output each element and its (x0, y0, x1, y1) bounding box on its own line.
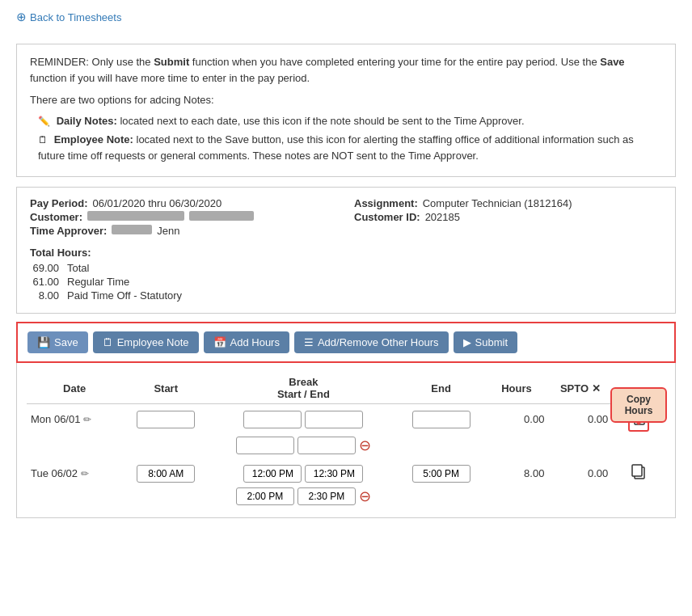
total-hours-section: Total Hours: 69.00 Total 61.00 Regular T… (30, 247, 662, 302)
remove-break-mon[interactable]: ⊖ (359, 437, 371, 454)
header-date: Date (27, 373, 122, 404)
table-row: Tue 06/02 ✏ (27, 462, 665, 485)
hours-row-pto: 8.00 Paid Time Off - Statutory (30, 289, 662, 302)
notes-list: ✏️ Daily Notes: located next to each dat… (30, 113, 662, 164)
table-row: Mon 06/01 ✏ (27, 404, 665, 435)
table-header-row: Date Start BreakStart / End End Hours SP… (27, 373, 665, 404)
hours-row-regular: 61.00 Regular Time (30, 276, 662, 288)
edit-icon-tue[interactable]: ✏ (81, 468, 89, 479)
pay-period-row: Pay Period: 06/01/2020 thru 06/30/2020 (30, 197, 338, 209)
submit-play-icon: ▶ (463, 336, 471, 348)
employee-note-icon: 🗒 (38, 134, 48, 146)
header-start: Start (122, 373, 209, 404)
time-approver-row: Time Approver: Jenn (30, 225, 338, 237)
list-icon: ☰ (304, 336, 314, 348)
break-cell-mon (209, 404, 398, 435)
timesheet-section: Copy Hours Date Start BreakStart / End E… (16, 363, 676, 518)
approver-redacted (112, 225, 152, 234)
break-start-input-mon[interactable] (243, 411, 302, 428)
table-row-extra-mon: ⊖ (27, 434, 665, 457)
reminder-box: REMINDER: Only use the Submit function w… (16, 44, 676, 177)
break-end2-input-mon[interactable] (297, 437, 356, 454)
action-bar: 💾 Save 🗒 Employee Note 📅 Add Hours ☰ Add… (16, 322, 676, 363)
assignment-row: Assignment: Computer Technician (1812164… (354, 197, 662, 209)
spto-cell-mon: 0.00 (548, 404, 612, 435)
end-input-tue[interactable] (412, 465, 470, 483)
customer-redacted (87, 211, 184, 221)
break-start2-input-mon[interactable] (236, 437, 294, 454)
notes-intro: There are two options for adcing Notes: (30, 92, 662, 108)
customer-id-row: Customer ID: 202185 (354, 211, 662, 223)
break-end-input-tue[interactable] (305, 465, 363, 483)
submit-button[interactable]: ▶ Submit (454, 331, 517, 353)
date-cell-mon: Mon 06/01 ✏ (27, 404, 122, 435)
save-icon: 💾 (37, 336, 50, 348)
daily-notes-item: ✏️ Daily Notes: located next to each dat… (38, 113, 662, 129)
info-left: Pay Period: 06/01/2020 thru 06/30/2020 C… (30, 197, 338, 238)
edit-daily-icon: ✏️ (38, 116, 50, 127)
employee-note-item: 🗒 Employee Note: located next to the Sav… (38, 132, 662, 163)
customer-row: Customer: (30, 211, 338, 223)
pay-info-box: Pay Period: 06/01/2020 thru 06/30/2020 C… (16, 187, 676, 314)
customer-redacted2 (189, 211, 254, 221)
break-start-input-tue[interactable] (243, 465, 302, 483)
copy-cell-tue[interactable] (612, 462, 665, 485)
break-end-input-mon[interactable] (305, 411, 363, 428)
reminder-line1: REMINDER: Only use the Submit function w… (30, 54, 662, 86)
svg-rect-3 (632, 465, 642, 476)
edit-icon-mon[interactable]: ✏ (83, 414, 91, 425)
add-remove-hours-button[interactable]: ☰ Add/Remove Other Hours (294, 331, 449, 353)
header-break: BreakStart / End (209, 373, 398, 404)
header-end: End (398, 373, 485, 404)
table-row-extra-tue: ⊖ (27, 485, 665, 508)
save-button[interactable]: 💾 Save (27, 331, 88, 353)
end-cell-mon[interactable] (398, 404, 485, 435)
spto-cell-tue: 0.00 (548, 462, 612, 485)
add-hours-button[interactable]: 📅 Add Hours (204, 331, 289, 353)
end-input-mon[interactable] (412, 411, 470, 428)
header-hours: Hours (485, 373, 549, 404)
break-start2-input-tue[interactable] (236, 487, 294, 505)
remove-break-tue[interactable]: ⊖ (359, 487, 371, 505)
info-right: Assignment: Computer Technician (1812164… (354, 197, 662, 238)
start-input-tue[interactable] (137, 465, 195, 483)
note-icon: 🗒 (103, 336, 113, 348)
back-to-timesheets-link[interactable]: ⊕ Back to Timesheets (16, 10, 121, 24)
copy-hours-tooltip: Copy Hours (610, 387, 667, 423)
circle-plus-icon: ⊕ (16, 10, 27, 24)
employee-note-button[interactable]: 🗒 Employee Note (93, 331, 199, 353)
header-spto: SPTO ✕ (548, 373, 612, 404)
hours-cell-tue: 8.00 (485, 462, 549, 485)
break-end2-input-tue[interactable] (297, 487, 356, 505)
copy-icon-tue[interactable] (631, 464, 646, 480)
add-hours-icon: 📅 (213, 336, 226, 348)
hours-cell-mon: 0.00 (485, 404, 549, 435)
hours-row-total: 69.00 Total (30, 262, 662, 274)
info-grid: Pay Period: 06/01/2020 thru 06/30/2020 C… (30, 197, 662, 238)
date-cell-tue: Tue 06/02 ✏ (27, 462, 122, 485)
page-wrapper: ⊕ Back to Timesheets REMINDER: Only use … (0, 0, 692, 528)
start-cell-mon[interactable] (122, 404, 209, 435)
start-input-mon[interactable] (137, 411, 195, 428)
timesheet-table: Date Start BreakStart / End End Hours SP… (27, 373, 665, 508)
